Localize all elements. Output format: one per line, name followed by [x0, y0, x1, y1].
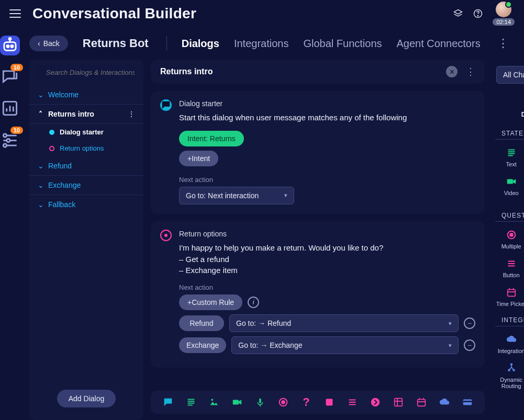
rule-select-exchange[interactable]: Go to: → Exchange▾: [231, 336, 459, 354]
section-statements: STATEMENTS: [495, 127, 524, 140]
apple-pay-icon[interactable]: [462, 396, 473, 408]
tree-item-refund[interactable]: ⌄Refund: [29, 156, 143, 176]
text-icon[interactable]: [185, 396, 197, 408]
back-label: Back: [43, 39, 60, 48]
video-icon[interactable]: [231, 396, 243, 408]
tree-sub-dialog-starter[interactable]: Dialog starter: [29, 124, 143, 140]
tab-agent-connectors[interactable]: Agent Connectors: [397, 38, 481, 50]
quick-reply-icon[interactable]: [370, 396, 381, 408]
tree-item-returns-intro[interactable]: ˄Returns intro⋮: [29, 105, 143, 124]
tool-text[interactable]: Text: [494, 144, 524, 171]
tool-time-picker[interactable]: Time Picker: [494, 283, 524, 310]
routing-icon: [506, 362, 517, 374]
chat-icon[interactable]: [162, 396, 174, 408]
remove-rule-button[interactable]: −: [464, 339, 475, 351]
svg-point-4: [11, 46, 13, 48]
tool-dynamic-routing[interactable]: Dynamic Routing: [494, 359, 524, 392]
tool-button[interactable]: Button: [494, 255, 524, 281]
svg-point-3: [7, 46, 9, 48]
add-dialog-button[interactable]: Add Dialog: [57, 390, 116, 407]
tree-sub-label: Return options: [60, 144, 104, 152]
rule-chip-exchange[interactable]: Exchange: [179, 337, 226, 353]
rule-select-refund[interactable]: Go to: → Refund▾: [229, 314, 459, 332]
chevron-down-icon: ▾: [449, 342, 452, 349]
radio-icon: [160, 230, 172, 241]
search-input-wrap[interactable]: [36, 65, 137, 80]
rail-flow-icon[interactable]: 10: [0, 130, 20, 150]
rail-analytics-icon[interactable]: [0, 98, 20, 118]
chat-bubble-icon: [160, 99, 172, 111]
button-icon: [506, 258, 517, 269]
tab-integrations[interactable]: Integrations: [234, 38, 289, 50]
add-intent-chip[interactable]: +Intent: [179, 151, 218, 166]
flow-badge: 10: [10, 127, 23, 134]
interaction-tray: ?: [151, 391, 485, 414]
tool-video[interactable]: Video: [494, 173, 524, 206]
intent-chip[interactable]: Intent: Returns: [179, 131, 244, 146]
search-input[interactable]: [46, 69, 135, 76]
structured-icon[interactable]: [324, 396, 335, 408]
rail-bot-icon[interactable]: [0, 36, 20, 55]
svg-rect-30: [507, 290, 515, 297]
button-icon[interactable]: [347, 396, 358, 408]
time-picker-icon: [506, 287, 517, 298]
layers-icon[interactable]: [453, 8, 463, 19]
svg-point-1: [478, 16, 478, 16]
tree-label: Fallback: [48, 200, 75, 209]
time-picker-icon[interactable]: [416, 396, 427, 408]
card-dialog-starter: Dialog starter Start this dialog when us…: [151, 91, 485, 214]
channel-select[interactable]: All Channels ▾: [496, 66, 524, 84]
svg-point-9: [3, 144, 6, 147]
back-button[interactable]: ‹ Back: [29, 36, 68, 51]
cloud-icon: [506, 334, 517, 345]
tree-sub-return-options[interactable]: Return options: [29, 140, 143, 156]
avatar[interactable]: [496, 2, 511, 17]
tool-integration[interactable]: Integration: [494, 331, 524, 357]
audio-icon[interactable]: [254, 396, 266, 408]
text-icon: [506, 147, 517, 158]
svg-point-26: [510, 233, 513, 236]
bullet-icon: [49, 146, 54, 151]
help-icon[interactable]: [473, 8, 483, 19]
tree-item-exchange[interactable]: ⌄Exchange: [29, 176, 143, 195]
tab-global-functions[interactable]: Global Functions: [303, 38, 382, 50]
dialog-header: Returns intro ✕ ⋮: [151, 60, 485, 84]
tool-multiple[interactable]: Multiple: [494, 226, 524, 253]
tab-dialogs[interactable]: Dialogs: [182, 38, 219, 50]
svg-point-7: [3, 134, 6, 137]
tree-item-welcome[interactable]: ⌄Welcome: [29, 85, 143, 105]
svg-rect-13: [259, 399, 261, 403]
add-custom-rule-chip[interactable]: +Custom Rule: [179, 294, 242, 310]
toolbox: All Channels ▾ Dialog Starterⓘ STATEMENT…: [492, 60, 524, 420]
remove-rule-button[interactable]: −: [464, 317, 475, 329]
svg-point-15: [282, 401, 285, 404]
next-action-select[interactable]: Go to: Next interaction ▾: [179, 187, 294, 205]
rail-chat-icon[interactable]: 10: [0, 67, 20, 87]
chevron-down-icon: ▾: [449, 320, 452, 327]
bot-name: Returns Bot: [83, 37, 149, 50]
multiple-icon: [506, 229, 517, 241]
close-icon[interactable]: ✕: [446, 66, 458, 77]
integration-icon[interactable]: [439, 396, 450, 408]
menu-icon[interactable]: [9, 9, 21, 18]
multiple-icon[interactable]: [277, 396, 289, 408]
tree-label: Returns intro: [48, 110, 122, 118]
more-icon[interactable]: ⋮: [466, 66, 475, 77]
dialog-tree: ⌄Welcome ˄Returns intro⋮ Dialog starter …: [29, 60, 143, 420]
card-kicker: Return options: [179, 230, 475, 238]
list-picker-icon[interactable]: [393, 396, 404, 408]
question-icon[interactable]: ?: [300, 396, 312, 408]
video-icon: [506, 176, 517, 187]
info-icon[interactable]: i: [248, 297, 259, 308]
chevron-down-icon: ⌄: [38, 200, 43, 209]
image-icon[interactable]: [208, 396, 220, 408]
card-text: Start this dialog when user message matc…: [179, 112, 475, 123]
tree-label: Refund: [48, 162, 72, 170]
rule-chip-refund[interactable]: Refund: [179, 315, 224, 331]
more-icon[interactable]: ⋮: [128, 110, 135, 118]
svg-rect-18: [395, 399, 403, 406]
tree-item-fallback[interactable]: ⌄Fallback: [29, 195, 143, 214]
divider: [166, 36, 167, 51]
more-menu-icon[interactable]: ⋮: [495, 37, 521, 50]
card-text: I'm happy to help you make a return. Wou…: [179, 242, 475, 276]
